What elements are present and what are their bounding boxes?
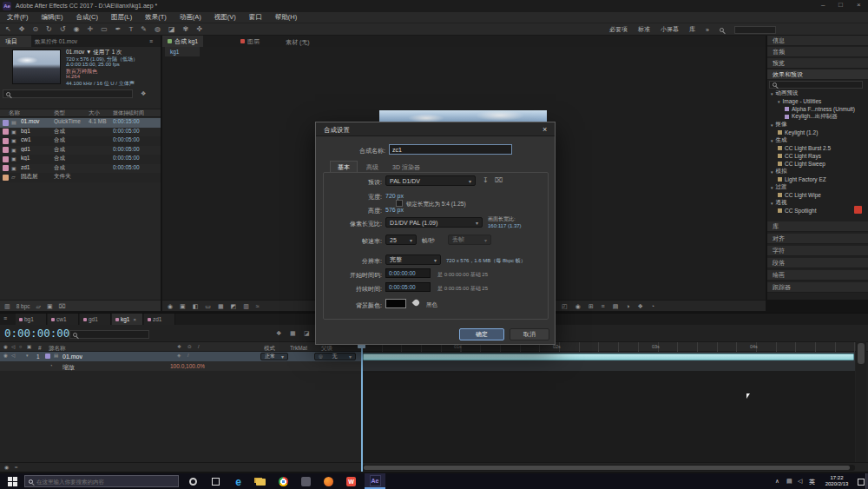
project-row[interactable]: ▣ kg1 合成 0:00:05:00 [0,155,161,164]
guides-icon[interactable]: ≡ [602,303,605,309]
panel-tab-effects-presets[interactable]: 效果和预设 [767,69,868,80]
mask-shape-tool-icon[interactable]: ▭ [101,26,108,33]
wps-icon[interactable]: W [345,476,357,487]
item-name[interactable]: zd1 [21,164,52,170]
panel-tab-info[interactable]: 信息 [767,36,868,46]
property-value[interactable]: 100.0,100.0% [170,363,205,369]
tab-layer[interactable]: 图层 [235,36,265,47]
workspace-small-screen[interactable]: 小屏幕 [661,25,679,34]
mini-flowchart-icon[interactable]: ❖ [638,303,643,309]
horizontal-scrollbar[interactable] [362,465,855,471]
tree-group-generate[interactable]: ▾生成 [767,136,866,144]
menu-composition[interactable]: 合成(C) [76,13,98,22]
background-color-swatch[interactable] [385,299,406,308]
tree-group-perspective[interactable]: ▾透视 [767,199,866,207]
dialog-close-icon[interactable]: × [542,125,547,134]
item-name[interactable]: 固态层 [21,173,52,181]
pan-behind-tool-icon[interactable]: ✛ [88,26,94,33]
item-name[interactable]: cw1 [21,136,52,142]
footage-thumbnail[interactable] [12,50,61,84]
graph-empty-area[interactable] [362,371,855,462]
transparency-grid-icon[interactable]: ▦ [218,303,224,309]
after-effects-taskbar-button[interactable]: Ae [365,473,385,489]
tree-group-animation-presets[interactable]: ▾动画预设 [767,89,866,97]
comp-viewer-tab[interactable]: kg1 [165,47,200,56]
delete-preset-icon[interactable]: ⌧ [495,177,503,184]
twirl-icon[interactable]: ▾ [771,138,773,143]
layer-twirl-icon[interactable]: ▾ [26,354,29,358]
menu-edit[interactable]: 编辑(E) [42,13,63,22]
frame-blending-icon[interactable]: ◪ [304,330,310,336]
save-preset-icon[interactable]: ↧ [483,177,489,184]
bit-depth-button[interactable]: 8 bpc [16,303,30,309]
twirl-icon[interactable]: ▾ [771,185,773,190]
mask-visibility-icon[interactable]: ◧ [193,303,199,309]
ime-keyboard-icon[interactable]: ▤ [786,478,792,485]
start-timecode-input[interactable]: 0:00:00:00 [385,268,431,278]
start-button[interactable] [8,477,17,486]
label-chip[interactable] [3,165,9,171]
toggle-switches-icon[interactable]: ◉ [4,465,9,470]
panel-tab-paragraph[interactable]: 段落 [767,258,868,268]
panel-menu-icon[interactable]: ≡ [3,315,7,321]
show-snapshot-icon[interactable]: ▣ [180,303,186,309]
label-chip[interactable] [3,138,9,144]
type-tool-icon[interactable]: T [128,26,133,33]
panel-tab-character[interactable]: 字符 [767,246,868,256]
comp-name-input[interactable] [389,144,512,155]
pixel-aspect-dropdown[interactable]: D1/DV PAL (1.09)▾ [385,217,483,228]
scrollbar-thumb[interactable] [858,343,865,364]
height-value[interactable]: 576 px [385,207,404,213]
column-type[interactable]: 类型 [54,109,65,117]
clock[interactable]: 17:22 2020/2/13 [819,475,854,487]
label-chip[interactable] [3,156,9,162]
tree-item-effect[interactable]: Keylight (1.2) [767,129,866,136]
3d-view-icon[interactable]: ◰ [562,303,568,309]
new-folder-icon[interactable]: ▱ [36,303,41,309]
column-trkmat[interactable]: TrkMat [290,345,307,351]
pen-tool-icon[interactable]: ✒ [115,26,122,33]
resolution-icon[interactable]: ▥ [243,303,249,309]
project-row[interactable]: ▤ 01.mov QuickTime 4.1 MB 0:00:15:00 [0,118,161,128]
camera-tool-icon[interactable]: ◉ [74,26,80,33]
tab-composition[interactable]: 合成 kg1 [162,36,203,47]
property-row[interactable]: ◔ 缩放 100.0,100.0% [0,361,361,371]
item-name[interactable]: gd1 [21,146,52,152]
frame-rate-dropdown[interactable]: 25▾ [385,235,417,245]
twirl-icon[interactable]: ▾ [778,99,780,104]
hand-tool-icon[interactable]: ✥ [19,26,25,33]
dialog-tab-basic[interactable]: 基本 [330,161,358,173]
tab-effect-controls[interactable]: 效果控件 01.mov [35,38,77,46]
item-name[interactable]: bg1 [21,128,52,134]
twirl-icon[interactable]: ▾ [771,91,773,96]
timeline-tab-kg1[interactable]: kg1× [112,314,143,325]
layer-switch-icon[interactable]: / [187,354,189,359]
label-chip[interactable] [3,120,9,126]
preset-dropdown[interactable]: PAL D1/DV▾ [385,175,476,186]
dialog-title-bar[interactable]: 合成设置 × [316,122,555,136]
tree-group-keying[interactable]: ▾抠像 [767,121,866,129]
scrollbar-thumb[interactable] [364,466,850,470]
workspace-overflow-icon[interactable]: » [706,27,709,33]
pickwhip-icon[interactable]: ◎ [319,354,323,360]
layer-switch-icon[interactable]: ◈ [177,354,181,359]
label-chip[interactable] [3,175,9,181]
puppet-tool-icon[interactable]: ✜ [196,26,202,33]
timeline-tab-zd1[interactable]: zd1 [144,314,175,325]
parent-dropdown[interactable]: ◎无▾ [314,353,356,360]
current-time-indicator[interactable] [361,341,363,472]
fast-preview-icon[interactable]: ≈ [256,303,260,309]
tree-item-effect[interactable]: CC Light Burst 2.5 [767,144,866,152]
volume-icon[interactable]: ◁ [798,478,802,485]
file-explorer-icon[interactable] [255,476,266,487]
menu-animation[interactable]: 动画(A) [180,13,201,22]
audio-speaker-icon[interactable]: ◁ [11,354,15,359]
panel-tab-paint[interactable]: 绘画 [767,270,868,281]
tree-group-simulation[interactable]: ▾模拟 [767,168,866,175]
vertical-scrollbar[interactable] [856,341,866,462]
panel-tab-preview[interactable]: 预览 [767,58,868,69]
project-row[interactable]: ▱ 固态层 文件夹 [0,173,161,182]
project-row[interactable]: ▣ gd1 合成 0:00:05:00 [0,146,161,155]
rotation-tool-icon[interactable]: ↺ [60,26,66,33]
layer-row[interactable]: ◉ ◁ ▾ 1 ▤ 01.mov ◈ / 正常▾ ◎无▾ [0,352,361,361]
